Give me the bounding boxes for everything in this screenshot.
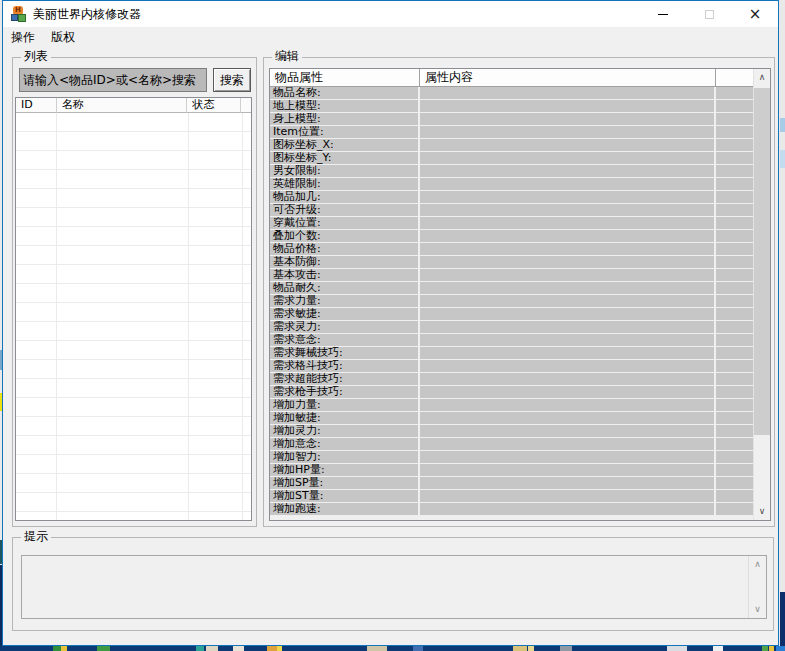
property-row[interactable]: 增加ST量:	[270, 490, 753, 503]
scroll-up-icon[interactable]: ∧	[754, 69, 770, 86]
list-row[interactable]	[16, 303, 251, 322]
property-row-value[interactable]	[420, 308, 716, 320]
property-row-value[interactable]	[420, 191, 716, 203]
property-row-value[interactable]	[420, 412, 716, 424]
property-row-value[interactable]	[420, 165, 716, 177]
property-row[interactable]: 基本攻击:	[270, 269, 753, 282]
list-row[interactable]	[16, 113, 251, 132]
property-row[interactable]: 物品名称:	[270, 87, 753, 100]
property-row[interactable]: 叠加个数:	[270, 230, 753, 243]
property-row[interactable]: 物品耐久:	[270, 282, 753, 295]
search-input[interactable]	[19, 68, 207, 92]
property-row-value[interactable]	[420, 139, 716, 151]
list-row[interactable]	[16, 360, 251, 379]
property-row-value[interactable]	[420, 126, 716, 138]
hint-scrollbar[interactable]: ∧ ∨	[748, 556, 766, 618]
property-row[interactable]: 增加跑速:	[270, 503, 753, 516]
menu-item-copyright[interactable]: 版权	[43, 27, 83, 47]
list-row[interactable]	[16, 455, 251, 474]
property-row[interactable]: 需求舞械技巧:	[270, 347, 753, 360]
scroll-up-icon[interactable]: ∧	[749, 556, 766, 573]
scroll-down-icon[interactable]: ∨	[749, 601, 766, 618]
property-row[interactable]: 增加HP量:	[270, 464, 753, 477]
property-row[interactable]: 需求灵力:	[270, 321, 753, 334]
property-row-value[interactable]	[420, 399, 716, 411]
property-row-value[interactable]	[420, 360, 716, 372]
property-row[interactable]: 需求敏捷:	[270, 308, 753, 321]
list-row[interactable]	[16, 512, 251, 521]
property-row-value[interactable]	[420, 464, 716, 476]
property-row[interactable]: 需求力量:	[270, 295, 753, 308]
property-row[interactable]: 增加意念:	[270, 438, 753, 451]
property-row[interactable]: 穿戴位置:	[270, 217, 753, 230]
property-row-value[interactable]	[420, 87, 716, 99]
property-row[interactable]: 地上模型:	[270, 100, 753, 113]
property-row-value[interactable]	[420, 178, 716, 190]
property-row-value[interactable]	[420, 438, 716, 450]
property-row-value[interactable]	[420, 100, 716, 112]
property-row-value[interactable]	[420, 269, 716, 281]
property-row[interactable]: 基本防御:	[270, 256, 753, 269]
property-row[interactable]: 需求意念:	[270, 334, 753, 347]
property-row-value[interactable]	[420, 217, 716, 229]
item-listview[interactable]: ID 名称 状态	[15, 97, 252, 521]
property-row[interactable]: 英雄限制:	[270, 178, 753, 191]
property-row[interactable]: 增加智力:	[270, 451, 753, 464]
list-row[interactable]	[16, 417, 251, 436]
listview-body[interactable]	[16, 113, 251, 521]
property-row[interactable]: Item位置:	[270, 126, 753, 139]
property-row[interactable]: 可否升级:	[270, 204, 753, 217]
property-row-value[interactable]	[420, 425, 716, 437]
property-row-value[interactable]	[420, 334, 716, 346]
property-row[interactable]: 物品价格:	[270, 243, 753, 256]
property-row[interactable]: 图标坐标_X:	[270, 139, 753, 152]
property-row[interactable]: 男女限制:	[270, 165, 753, 178]
list-row[interactable]	[16, 284, 251, 303]
property-row-value[interactable]	[420, 204, 716, 216]
column-header-property[interactable]: 物品属性	[270, 69, 420, 87]
property-table[interactable]: 物品属性 属性内容 物品名称:地上模型:身上模型:Item位置:图标坐标_X:图…	[269, 68, 771, 521]
list-row[interactable]	[16, 132, 251, 151]
list-row[interactable]	[16, 246, 251, 265]
property-row-value[interactable]	[420, 113, 716, 125]
close-button[interactable]: ×	[732, 1, 778, 27]
property-row-value[interactable]	[420, 230, 716, 242]
edit-table-scrollbar[interactable]: ∧ ∨	[753, 69, 770, 520]
list-row[interactable]	[16, 170, 251, 189]
list-row[interactable]	[16, 189, 251, 208]
minimize-button[interactable]	[640, 1, 686, 27]
list-row[interactable]	[16, 227, 251, 246]
property-row[interactable]: 增加敏捷:	[270, 412, 753, 425]
search-button[interactable]: 搜索	[213, 68, 251, 92]
list-row[interactable]	[16, 474, 251, 493]
property-row[interactable]: 需求超能技巧:	[270, 373, 753, 386]
property-row[interactable]: 增加力量:	[270, 399, 753, 412]
property-row-value[interactable]	[420, 256, 716, 268]
list-row[interactable]	[16, 208, 251, 227]
list-row[interactable]	[16, 322, 251, 341]
column-header-status[interactable]: 状态	[187, 98, 241, 113]
property-row[interactable]: 物品加几:	[270, 191, 753, 204]
property-row[interactable]: 图标坐标_Y:	[270, 152, 753, 165]
scrollbar-thumb[interactable]	[754, 88, 770, 435]
property-row-value[interactable]	[420, 477, 716, 489]
list-row[interactable]	[16, 436, 251, 455]
property-row-value[interactable]	[420, 451, 716, 463]
menu-item-operation[interactable]: 操作	[3, 27, 43, 47]
list-row[interactable]	[16, 398, 251, 417]
property-row-value[interactable]	[420, 490, 716, 502]
list-row[interactable]	[16, 151, 251, 170]
list-row[interactable]	[16, 265, 251, 284]
titlebar[interactable]: H 美丽世界内核修改器 ×	[3, 1, 778, 27]
property-row[interactable]: 需求枪手技巧:	[270, 386, 753, 399]
list-row[interactable]	[16, 341, 251, 360]
property-row-value[interactable]	[420, 503, 716, 515]
property-row[interactable]: 增加SP量:	[270, 477, 753, 490]
column-header-name[interactable]: 名称	[57, 98, 188, 113]
property-row-value[interactable]	[420, 373, 716, 385]
property-row[interactable]: 身上模型:	[270, 113, 753, 126]
list-row[interactable]	[16, 379, 251, 398]
property-row-value[interactable]	[420, 282, 716, 294]
list-row[interactable]	[16, 493, 251, 512]
property-row-value[interactable]	[420, 295, 716, 307]
